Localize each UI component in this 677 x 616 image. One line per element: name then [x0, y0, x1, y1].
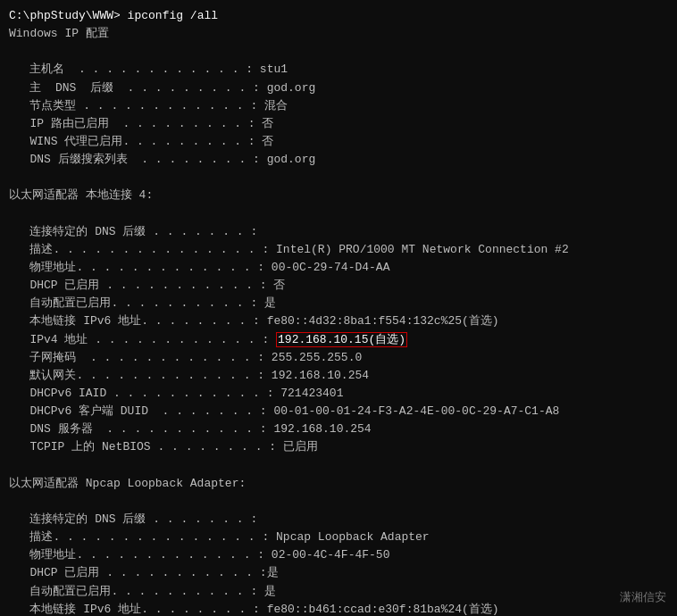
blank5: [9, 493, 668, 511]
dns-suffix: 主 DNS 后缀 . . . . . . . . . : god.org: [9, 79, 668, 97]
a1-subnet: 子网掩码 . . . . . . . . . . . . : 255.255.2…: [9, 349, 668, 367]
a2-description: 描述. . . . . . . . . . . . . . . : Npcap …: [9, 529, 668, 546]
node-type: 节点类型 . . . . . . . . . . . . : 混合: [9, 97, 668, 115]
a1-dns-suffix: 连接特定的 DNS 后缀 . . . . . . . :: [9, 223, 668, 241]
adapter1-header: 以太网适配器 本地连接 4:: [9, 187, 668, 204]
blank4: [9, 457, 668, 475]
a1-gateway: 默认网关. . . . . . . . . . . . . : 192.168.…: [9, 367, 668, 385]
wins-proxy: WINS 代理已启用. . . . . . . . . : 否: [9, 133, 668, 151]
blank2: [9, 169, 668, 187]
a1-mac: 物理地址. . . . . . . . . . . . . : 00-0C-29…: [9, 259, 668, 277]
blank3: [9, 205, 668, 223]
a1-ipv4-prefix: IPv4 地址 . . . . . . . . . . . . :: [9, 333, 276, 346]
hostname: 主机名 . . . . . . . . . . . . : stu1: [9, 61, 668, 79]
a1-ipv4-value: 192.168.10.15(自选): [276, 332, 407, 347]
windows-ip-title: Windows IP 配置: [9, 25, 668, 43]
a1-dhcp: DHCP 已启用 . . . . . . . . . . . : 否: [9, 277, 668, 295]
a2-ipv6-link: 本地链接 IPv6 地址. . . . . . . . : fe80::b461…: [9, 601, 668, 616]
a1-ipv4-line: IPv4 地址 . . . . . . . . . . . . : 192.16…: [9, 331, 668, 349]
a1-autoconfig: 自动配置已启用. . . . . . . . . . : 是: [9, 295, 668, 312]
prompt-line: C:\phpStudy\WWW> ipconfig /all: [9, 7, 668, 25]
a1-dhcpv6-iaid: DHCPv6 IAID . . . . . . . . . . . : 7214…: [9, 385, 668, 403]
ip-routing: IP 路由已启用 . . . . . . . . . : 否: [9, 115, 668, 133]
a2-mac: 物理地址. . . . . . . . . . . . . : 02-00-4C…: [9, 546, 668, 564]
a1-ipv6-link: 本地链接 IPv6 地址. . . . . . . . : fe80::4d32…: [9, 312, 668, 330]
dns-search-list: DNS 后缀搜索列表 . . . . . . . . : god.org: [9, 151, 668, 169]
a1-netbios: TCPIP 上的 NetBIOS . . . . . . . . : 已启用: [9, 438, 668, 456]
a1-dns-server: DNS 服务器 . . . . . . . . . . . : 192.168.…: [9, 420, 668, 438]
blank1: [9, 43, 668, 61]
a2-dhcp: DHCP 已启用 . . . . . . . . . . . :是: [9, 564, 668, 582]
adapter2-header: 以太网适配器 Npcap Loopback Adapter:: [9, 475, 668, 493]
watermark: 潇湘信安: [620, 589, 666, 605]
a1-description: 描述. . . . . . . . . . . . . . . : Intel(…: [9, 241, 668, 259]
terminal-window: C:\phpStudy\WWW> ipconfig /all Windows I…: [0, 0, 677, 616]
a2-dns-suffix: 连接特定的 DNS 后缀 . . . . . . . :: [9, 511, 668, 529]
a1-dhcpv6-duid: DHCPv6 客户端 DUID . . . . . . . : 00-01-00…: [9, 403, 668, 420]
a2-autoconfig: 自动配置已启用. . . . . . . . . . : 是: [9, 583, 668, 601]
